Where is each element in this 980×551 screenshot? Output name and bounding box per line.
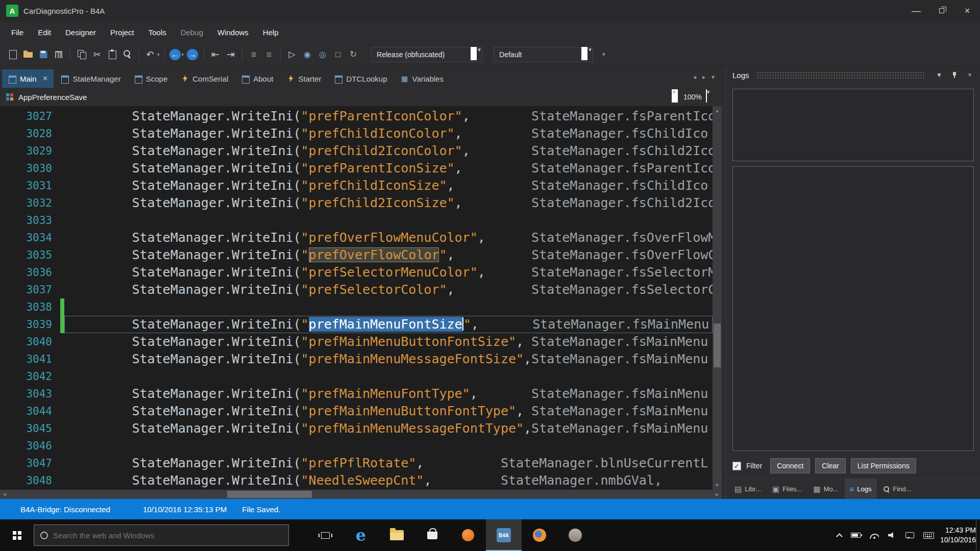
code-line-3035[interactable]: 3035 StateManager.WriteIni("prefOverFlow… (0, 246, 713, 264)
code-line-3048[interactable]: 3048 StateManager.WriteIni("NeedleSweepC… (0, 472, 713, 489)
tab-comserial[interactable]: ComSerial (175, 69, 234, 88)
code-line-3042[interactable]: 3042 (0, 368, 713, 385)
tray-expand-icon[interactable] (836, 533, 843, 540)
edge-taskbar-button[interactable] (343, 519, 379, 551)
toolbar-overflow-icon[interactable]: ▾ (602, 51, 605, 58)
code-area[interactable]: 3027 StateManager.WriteIni("prefParentIc… (0, 106, 713, 490)
log-output-top[interactable] (732, 89, 974, 161)
close-button[interactable]: × (954, 0, 980, 21)
search-input[interactable] (53, 531, 282, 540)
clear-button[interactable]: Clear (815, 458, 845, 473)
stop-icon[interactable]: □ (330, 47, 346, 62)
tab-scroll-left-icon[interactable]: ◂ (693, 73, 696, 81)
menu-tools[interactable]: Tools (141, 21, 174, 43)
code-line-3040[interactable]: 3040 StateManager.WriteIni("prefMainMenu… (0, 333, 713, 350)
tab-main[interactable]: Main× (2, 69, 54, 88)
back-icon[interactable]: ←▾ (168, 47, 185, 62)
editor-zoom-dropdown[interactable]: 100% ▼ (678, 90, 722, 104)
pin-icon[interactable] (948, 69, 961, 81)
tab-starter[interactable]: Starter (280, 69, 327, 88)
filter-checkbox[interactable]: ✓ (732, 462, 741, 470)
code-line-3045[interactable]: 3045 StateManager.WriteIni("prefMainMenu… (0, 420, 713, 437)
find-icon[interactable] (120, 47, 135, 62)
menu-file[interactable]: File (4, 21, 31, 43)
menu-windows[interactable]: Windows (210, 21, 256, 43)
taskbar-clock[interactable]: 12:43 PM 10/10/2016 (940, 525, 976, 545)
log-output-main[interactable] (732, 166, 974, 451)
start-button[interactable] (0, 519, 34, 551)
tab-statemanager[interactable]: StateManager (55, 69, 127, 88)
menu-designer[interactable]: Designer (58, 21, 103, 43)
tab-list-icon[interactable]: ▾ (712, 73, 715, 81)
scroll-down-icon[interactable]: ▼ (713, 481, 722, 490)
close-tab-icon[interactable]: × (43, 73, 48, 84)
panel-position-icon[interactable]: ▼ (933, 69, 945, 81)
gimp-taskbar-button[interactable] (557, 519, 593, 551)
paste-icon[interactable] (105, 47, 120, 62)
code-line-3031[interactable]: 3031 StateManager.WriteIni("prefChildIco… (0, 177, 713, 194)
code-line-3041[interactable]: 3041 StateManager.WriteIni("prefMainMenu… (0, 350, 713, 368)
close-panel-icon[interactable]: × (964, 69, 976, 81)
wireless-icon[interactable]: ◎ (315, 47, 330, 62)
panel-splitter[interactable] (722, 66, 726, 499)
show-desktop-button[interactable] (976, 519, 980, 551)
antivirus-taskbar-button[interactable] (450, 519, 486, 551)
network-icon[interactable] (870, 532, 879, 539)
tab-dtclookup[interactable]: DTCLookup (328, 69, 393, 88)
vertical-scroll-thumb[interactable] (714, 323, 721, 367)
code-line-3036[interactable]: 3036 StateManager.WriteIni("prefSelector… (0, 264, 713, 281)
menu-project[interactable]: Project (103, 21, 141, 43)
vertical-scrollbar[interactable]: ▲ ▼ (713, 106, 722, 490)
build-configuration-dropdown[interactable]: Release (obfuscated) ▼ (371, 47, 482, 62)
code-line-3034[interactable]: 3034 StateManager.WriteIni("prefOverFlow… (0, 229, 713, 246)
code-line-3032[interactable]: 3032 StateManager.WriteIni("prefChild2Ic… (0, 194, 713, 212)
code-line-3046[interactable]: 3046 (0, 437, 713, 455)
horizontal-scroll-thumb[interactable] (227, 491, 311, 498)
code-line-3033[interactable]: 3033 (0, 212, 713, 229)
menu-edit[interactable]: Edit (31, 21, 58, 43)
publish-icon[interactable] (51, 47, 66, 62)
indent-icon[interactable]: ⇥ (223, 47, 238, 62)
battery-icon[interactable] (851, 533, 861, 538)
task-view-taskbar-button[interactable] (307, 519, 343, 551)
code-line-3039[interactable]: 3039 StateManager.WriteIni("prefMainMenu… (0, 316, 713, 333)
panel-tab-files[interactable]: ▣Files... (767, 479, 807, 499)
list-permissions-button[interactable]: List Permissions (851, 458, 916, 473)
code-line-3043[interactable]: 3043 StateManager.WriteIni("prefMainMenu… (0, 385, 713, 403)
save-icon[interactable] (36, 47, 51, 62)
file-explorer-taskbar-button[interactable] (379, 519, 414, 551)
message-icon[interactable] (905, 532, 914, 538)
new-project-icon[interactable] (5, 47, 20, 62)
copy-icon[interactable] (74, 47, 89, 62)
menu-help[interactable]: Help (256, 21, 286, 43)
build-profile-dropdown[interactable]: Default ▼ (494, 47, 593, 62)
code-line-3038[interactable]: 3038 (0, 298, 713, 316)
code-line-3037[interactable]: 3037 StateManager.WriteIni("prefSelector… (0, 281, 713, 298)
connect-button[interactable]: Connect (770, 458, 810, 473)
outdent-icon[interactable]: ⇤ (208, 47, 223, 62)
panel-grip[interactable] (756, 71, 926, 79)
sub-selector-dropdown[interactable]: AppPreferenceSave ▼ (5, 90, 678, 104)
store-taskbar-button[interactable] (414, 519, 450, 551)
code-line-3047[interactable]: 3047 StateManager.WriteIni("prefPflRotat… (0, 455, 713, 472)
maximize-button[interactable] (929, 0, 954, 21)
volume-icon[interactable] (888, 532, 896, 539)
taskbar-search[interactable] (34, 524, 289, 546)
tab-variables[interactable]: ▦Variables (395, 69, 450, 88)
panel-tab-logs[interactable]: ≡Logs (845, 479, 877, 499)
panel-tab-find[interactable]: Find... (878, 479, 917, 499)
forward-icon[interactable]: → (185, 47, 200, 62)
open-project-icon[interactable] (20, 47, 36, 62)
firefox-taskbar-button[interactable] (522, 519, 557, 551)
touch-keyboard-icon[interactable] (923, 532, 934, 539)
clean-icon[interactable]: ↻ (346, 47, 361, 62)
scroll-up-icon[interactable]: ▲ (713, 106, 722, 115)
code-line-3029[interactable]: 3029 StateManager.WriteIni("prefChild2Ic… (0, 142, 713, 160)
scroll-right-icon[interactable]: ► (713, 490, 722, 499)
panel-tab-mo[interactable]: ▦Mo... (808, 479, 843, 499)
tab-about[interactable]: About (235, 69, 279, 88)
undo-icon[interactable]: ↶▾ (143, 47, 161, 62)
code-line-3028[interactable]: 3028 StateManager.WriteIni("prefChildIco… (0, 125, 713, 142)
horizontal-scrollbar[interactable]: ◄ ► (0, 490, 722, 499)
tab-scroll-right-icon[interactable]: ▸ (702, 73, 705, 81)
